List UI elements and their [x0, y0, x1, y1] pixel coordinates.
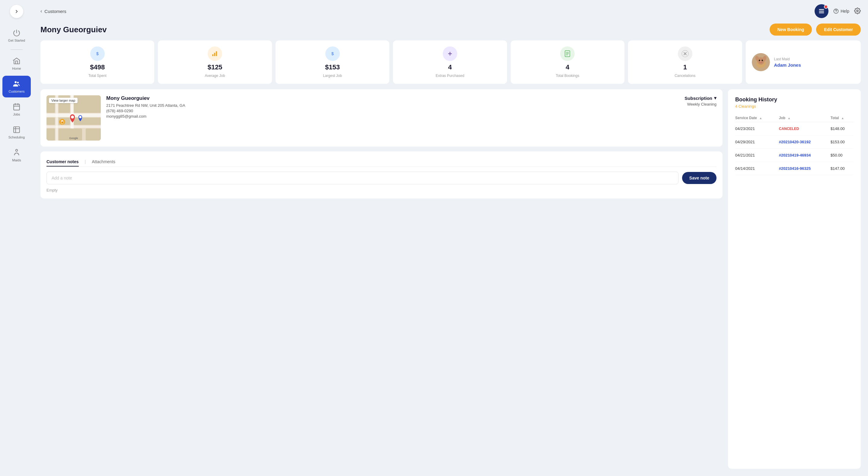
new-booking-button[interactable]: New Booking: [770, 24, 812, 36]
stat-label-bookings: Total Bookings: [556, 73, 579, 78]
help-button[interactable]: Help: [833, 8, 849, 14]
stat-average-job: $125 Average Job: [158, 40, 272, 84]
maid-avatar: [752, 53, 770, 71]
content-area: $ $498 Total Spent $125 Average Job: [33, 40, 868, 476]
svg-point-0: [15, 81, 17, 83]
left-panel: 🍺 Google View larger map: [40, 89, 722, 469]
topnav-right: Help: [814, 4, 861, 18]
booking-job-cell[interactable]: #20210416-96325: [779, 162, 831, 175]
svg-rect-39: [74, 118, 101, 125]
sidebar-item-label-jobs: Jobs: [13, 113, 20, 116]
breadcrumb: ‹ Customers: [40, 8, 66, 14]
booking-job-cell[interactable]: #20210419-46934: [779, 149, 831, 162]
customer-address: 2171 Peachtree Rd NW, Unit 205 Atlanta, …: [106, 103, 679, 108]
home-icon: [13, 57, 21, 65]
svg-point-6: [836, 12, 836, 13]
bar-chart-icon: [211, 50, 218, 57]
stat-icon-average-job: [208, 46, 222, 61]
stat-label-average-job: Average Job: [205, 73, 225, 78]
sort-icon-date: ▲: [759, 117, 762, 120]
notes-tabs: Customer notes | Attachments: [46, 157, 716, 167]
maid-name[interactable]: Adam Jones: [774, 62, 801, 68]
sidebar-item-label-home: Home: [12, 67, 21, 70]
page-title: Mony Gueorguiev: [40, 25, 107, 34]
plus-icon: [446, 50, 454, 57]
booking-date-cell: 04/14/2021: [735, 162, 779, 175]
svg-text:$: $: [96, 51, 99, 56]
svg-rect-11: [214, 53, 215, 56]
menu-icon: [818, 8, 825, 14]
settings-button[interactable]: [854, 7, 861, 15]
x-circle-icon: [681, 50, 689, 57]
tab-customer-notes[interactable]: Customer notes: [46, 157, 79, 166]
sort-icon-total: ▲: [841, 117, 844, 120]
topnav: ‹ Customers Help: [33, 0, 868, 22]
subscription-value: Weekly Cleaning: [684, 102, 716, 106]
booking-date-cell: 04/21/2021: [735, 149, 779, 162]
booking-table-row: 04/14/2021#20210416-96325$147.00: [735, 162, 854, 175]
stat-value-largest-job: $153: [325, 63, 340, 71]
svg-text:$: $: [331, 51, 334, 56]
sidebar-item-scheduling[interactable]: Scheduling: [2, 122, 31, 143]
dollar-icon-spent: $: [94, 50, 101, 57]
booking-table-row: 04/21/2021#20210419-46934$50.00: [735, 149, 854, 162]
stat-largest-job: $ $153 Largest Job: [276, 40, 389, 84]
sidebar-item-maids[interactable]: Maids: [2, 145, 31, 166]
booking-total-cell: $148.00: [831, 122, 854, 135]
booking-job-cell[interactable]: #20210420-36192: [779, 135, 831, 149]
svg-rect-12: [216, 51, 217, 56]
booking-job-link[interactable]: #20210419-46934: [779, 153, 811, 157]
gear-icon: [854, 7, 861, 14]
sidebar-item-customers[interactable]: Customers: [2, 76, 31, 97]
scheduling-icon: [13, 126, 21, 134]
sidebar-item-get-started[interactable]: Get Started: [2, 25, 31, 46]
booking-table-body: 04/23/2021CANCELED$148.0004/29/2021#2021…: [735, 122, 854, 175]
map-thumbnail: 🍺 Google View larger map: [46, 95, 101, 140]
svg-rect-2: [13, 104, 20, 110]
back-button[interactable]: ‹: [40, 8, 42, 14]
stat-cancelations: 1 Cancelations: [628, 40, 742, 84]
customer-info-card: 🍺 Google View larger map: [40, 89, 722, 147]
help-icon: [833, 8, 839, 14]
booking-date-cell: 04/23/2021: [735, 122, 779, 135]
svg-point-44: [79, 116, 82, 118]
notifications-button[interactable]: [814, 4, 829, 18]
edit-customer-button[interactable]: Edit Customer: [816, 24, 861, 36]
sidebar-item-home[interactable]: Home: [2, 53, 31, 74]
sidebar-item-label-scheduling: Scheduling: [8, 135, 25, 139]
booking-header-row: Service Date ▲ Job ▲ Total ▲: [735, 114, 854, 122]
stat-value-total-spent: $498: [90, 63, 105, 71]
stat-label-largest-job: Largest Job: [323, 73, 342, 78]
booking-history-panel: Booking History 4 Cleanings Service Date…: [728, 89, 861, 469]
sidebar-item-jobs[interactable]: Jobs: [2, 99, 31, 120]
lower-section: 🍺 Google View larger map: [40, 89, 861, 469]
main-content: ‹ Customers Help: [33, 0, 868, 476]
sort-icon-job: ▲: [787, 117, 790, 120]
svg-rect-10: [212, 54, 213, 56]
power-icon: [13, 29, 21, 37]
sidebar-toggle-button[interactable]: [10, 5, 23, 18]
maids-icon: [13, 149, 21, 157]
sidebar: Get Started Home Customers Jobs Scheduli…: [0, 0, 33, 476]
stat-icon-cancelations: [678, 46, 692, 61]
stat-value-cancelations: 1: [683, 63, 687, 71]
tab-attachments[interactable]: Attachments: [92, 157, 115, 166]
view-larger-map-button[interactable]: View larger map: [49, 98, 78, 103]
save-note-button[interactable]: Save note: [682, 172, 716, 184]
stat-icon-largest-job: $: [326, 46, 340, 61]
doc-icon: [564, 50, 571, 57]
note-input[interactable]: [46, 172, 679, 184]
sidebar-item-label-maids: Maids: [12, 158, 21, 162]
booking-job-link[interactable]: #20210420-36192: [779, 140, 811, 144]
subscription-label[interactable]: Subscription ▾: [684, 95, 716, 101]
sidebar-item-label-customers: Customers: [8, 90, 25, 93]
svg-point-4: [16, 149, 18, 152]
notes-input-row: Save note: [46, 172, 716, 184]
svg-rect-37: [46, 128, 55, 140]
stat-value-bookings: 4: [566, 63, 569, 71]
svg-rect-35: [46, 118, 55, 125]
booking-job-link[interactable]: #20210416-96325: [779, 166, 811, 171]
stat-icon-total-spent: $: [90, 46, 105, 61]
stat-extras-purchased: 4 Extras Purchased: [393, 40, 507, 84]
maid-sublabel: Last Maid: [774, 57, 801, 61]
